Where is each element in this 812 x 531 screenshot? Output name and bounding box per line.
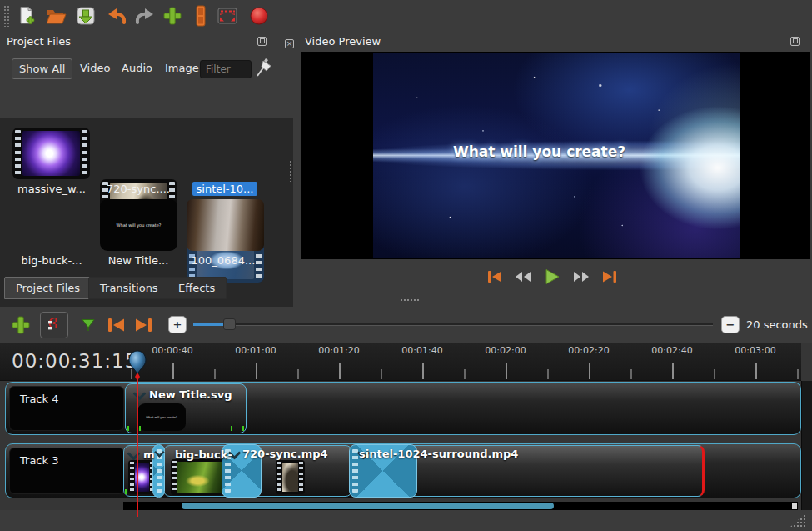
tab-project-files[interactable]: Project Files — [4, 277, 92, 299]
transition-chevron-icon[interactable] — [154, 448, 165, 457]
file-label: New Title... — [95, 254, 182, 267]
track-3-header[interactable]: Track 3 — [9, 448, 124, 494]
rewind-button[interactable] — [513, 268, 533, 285]
zoom-out-button[interactable]: − — [721, 316, 740, 333]
previous-marker-icon — [105, 315, 127, 335]
video-preview-panel-title: Video Preview — [305, 35, 381, 48]
next-marker-button[interactable] — [133, 315, 155, 338]
next-marker-icon — [133, 315, 155, 335]
export-video-button[interactable] — [247, 3, 271, 28]
keyframe-tick — [139, 426, 141, 431]
filter-input[interactable] — [200, 60, 252, 78]
new-project-icon — [15, 5, 37, 27]
filter-tab-audio[interactable]: Audio — [115, 58, 159, 78]
tab-effects[interactable]: Effects — [167, 277, 227, 299]
timeline-scrollbar[interactable] — [123, 502, 798, 510]
jump-to-end-button[interactable] — [600, 268, 619, 285]
open-project-icon — [44, 5, 67, 27]
keyframe-tick — [242, 426, 244, 431]
previous-marker-button[interactable] — [105, 315, 127, 338]
track-4-header[interactable]: Track 4 — [9, 386, 124, 431]
ruler-tick-minor — [297, 369, 299, 379]
ruler-tick-major — [256, 363, 257, 379]
clear-filter-button[interactable] — [255, 57, 273, 81]
clip-thumb-image — [177, 462, 222, 493]
zoom-in-button[interactable]: + — [168, 316, 187, 333]
save-project-button[interactable] — [73, 3, 98, 28]
panel-float-icon[interactable] — [257, 37, 267, 46]
undo-icon — [106, 5, 129, 27]
play-button[interactable] — [542, 268, 562, 286]
snapping-toggle-button[interactable] — [40, 312, 68, 338]
tab-transitions[interactable]: Transitions — [88, 277, 170, 299]
ruler-tick-major — [589, 363, 590, 379]
panel-splitter-handle[interactable] — [289, 160, 293, 182]
playhead-line[interactable] — [137, 373, 138, 517]
import-files-button[interactable] — [160, 3, 185, 28]
open-project-button[interactable] — [43, 3, 68, 28]
add-marker-icon — [80, 318, 97, 333]
massive-thumb-image — [22, 131, 80, 176]
zoom-slider-track[interactable] — [193, 323, 713, 326]
clip-thumbnail — [276, 460, 305, 494]
ruler-tick-major — [672, 363, 674, 379]
scrollbar-end-cap — [792, 503, 797, 509]
project-files-panel: Project Files × Show All Video Audio Ima… — [0, 32, 293, 305]
clip-new-title[interactable]: New Title.svg What will you create? — [125, 383, 247, 433]
timeline-vertical-scrollbar[interactable] — [801, 381, 812, 510]
file-thumbnail-massive[interactable] — [12, 128, 90, 179]
panel-float-icon[interactable] — [790, 37, 800, 46]
ruler-tick-minor — [630, 369, 632, 379]
title-thumb-caption: What will you create? — [117, 223, 162, 228]
clip-label: New Title.svg — [149, 388, 232, 401]
project-files-panel-title: Project Files — [7, 35, 71, 48]
broom-icon — [255, 57, 273, 78]
filter-tab-show-all[interactable]: Show All — [12, 58, 72, 79]
file-label-selected: sintel-10... — [182, 183, 268, 195]
fast-forward-button[interactable] — [571, 268, 591, 285]
clip-title-caption: What will you create? — [146, 416, 177, 419]
playback-controls — [486, 265, 627, 288]
status-strip — [0, 510, 812, 531]
keyframe-tick — [231, 426, 232, 431]
clip-menu-chevron-icon[interactable] — [132, 389, 146, 399]
redo-button[interactable] — [132, 3, 157, 28]
save-project-icon — [75, 5, 97, 27]
ruler-tick-major — [506, 363, 507, 379]
choose-profile-button[interactable] — [188, 3, 213, 28]
ruler-tick-minor — [797, 369, 799, 379]
video-overlay-text: What will you create? — [301, 143, 777, 160]
panel-close-icon[interactable]: × — [285, 39, 294, 48]
timeline-toolbar: + − 20 seconds — [0, 307, 812, 343]
undo-button[interactable] — [105, 3, 130, 28]
filter-tab-image[interactable]: Image — [158, 58, 206, 78]
jump-to-start-button[interactable] — [486, 268, 504, 285]
ruler-tick-major — [339, 363, 341, 379]
toolbar-drag-handle[interactable] — [3, 5, 10, 27]
ruler-tick-major — [172, 363, 174, 379]
file-label: big-buck-... — [8, 254, 95, 267]
import-files-icon — [162, 5, 183, 27]
file-thumbnail-100-0684[interactable] — [187, 199, 264, 251]
add-marker-button[interactable] — [80, 318, 97, 335]
playhead-marker[interactable] — [127, 349, 148, 381]
horizontal-splitter-handle[interactable] — [400, 298, 420, 303]
scrollbar-thumb[interactable] — [182, 503, 554, 509]
zoom-slider-handle[interactable] — [223, 318, 236, 330]
window-resize-grip[interactable] — [790, 514, 805, 528]
ruler-tick-minor — [464, 369, 466, 379]
new-project-button[interactable] — [13, 3, 38, 28]
file-label: 720-sync.... — [95, 183, 182, 195]
clip-label-sintel: sintel-1024-surround.mp4 — [359, 448, 518, 460]
ruler-tick-label: 00:01:40 — [401, 345, 442, 356]
ruler-tick-label: 00:02:00 — [485, 345, 526, 356]
fullscreen-icon — [216, 5, 239, 27]
track-4-row: Track 4 New Title.svg What will you crea… — [5, 382, 801, 435]
timeline-ruler[interactable]: 00:00:31:15 00:00:4000:01:0000:01:2000:0… — [0, 343, 801, 381]
track-3-name: Track 3 — [20, 454, 58, 467]
add-track-button[interactable] — [10, 314, 32, 338]
track-3-row: Track 3 m big-buck- — [5, 443, 801, 498]
fullscreen-button[interactable] — [215, 3, 240, 28]
file-thumbnail-new-title[interactable]: What will you create? — [100, 199, 177, 251]
filter-tab-video[interactable]: Video — [73, 58, 117, 78]
